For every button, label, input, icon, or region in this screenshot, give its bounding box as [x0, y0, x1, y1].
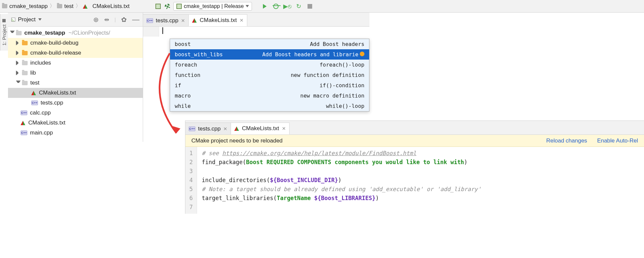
locate-icon[interactable]: ⊕: [93, 16, 99, 24]
cmake-icon: [21, 121, 26, 125]
line-numbers: 1234567: [185, 147, 197, 214]
editor-tab[interactable]: C++tests.cpp✕: [143, 14, 189, 26]
cmake-icon: [31, 91, 36, 95]
tree-row[interactable]: cmake-build-debug: [8, 38, 143, 48]
code-editor[interactable]: 1234567 # see https://cmake.org/cmake/he…: [185, 147, 644, 214]
collapse-all-icon[interactable]: ⇹: [104, 16, 109, 23]
autocomplete-item-selected[interactable]: boost_with_libsAdd Boost headers and lib…: [170, 49, 369, 60]
autocomplete-item[interactable]: boostAdd Boost headers: [170, 39, 369, 49]
close-icon[interactable]: ✕: [240, 18, 244, 23]
main-toolbar: cmake_testapp 〉 test 〉 CMakeLists.txt ⚒ …: [0, 0, 644, 13]
cpp-icon: C++: [21, 130, 27, 135]
breadcrumb-item-file[interactable]: CMakeLists.txt: [83, 3, 129, 10]
editor-tab-active[interactable]: CMakeLists.txt✕: [188, 14, 247, 26]
folder-icon: [57, 4, 62, 8]
cmake-icon: [83, 4, 88, 9]
cmake-icon: [192, 18, 197, 23]
editor-top: C++tests.cpp✕ CMakeLists.txt✕: [143, 13, 369, 37]
autocomplete-item[interactable]: macronew macro definition: [170, 91, 369, 101]
folder-icon: [2, 4, 7, 8]
tree-row-selected[interactable]: CMakeLists.txt: [8, 88, 143, 98]
tree-row[interactable]: includes: [8, 58, 143, 68]
folder-icon: [22, 51, 28, 55]
code-lines[interactable]: # see https://cmake.org/cmake/help/lates…: [197, 147, 486, 214]
settings-icon[interactable]: ✿: [121, 16, 127, 24]
cpp-icon: C++: [189, 127, 195, 131]
tree-row[interactable]: C++calc.cpp: [8, 108, 143, 118]
chevron-right-icon: 〉: [76, 3, 81, 10]
editor-line[interactable]: [159, 27, 163, 35]
chevron-down-icon: [246, 5, 249, 7]
run-window-icon[interactable]: [155, 3, 161, 10]
editor-bottom: C++tests.cpp✕ CMakeLists.txt✕ CMake proj…: [185, 121, 644, 214]
cpp-icon: C++: [21, 111, 27, 115]
run-coverage-button[interactable]: ▶⎋: [284, 3, 291, 10]
project-icon: [11, 18, 15, 22]
chevron-down-icon: [38, 18, 42, 21]
close-icon[interactable]: ✕: [282, 126, 286, 131]
build-icon[interactable]: ⚒: [163, 2, 172, 11]
intention-bulb-icon: [360, 52, 364, 56]
folder-icon: [16, 31, 22, 35]
project-panel: Project ⊕ ⇹ | ✿ — cmake_testapp ~/CLionP…: [8, 13, 143, 142]
autocomplete-popup: boostAdd Boost headers boost_with_libsAd…: [170, 39, 369, 112]
cmake-icon: [234, 126, 239, 131]
text-cursor: [162, 27, 163, 34]
hide-panel-icon[interactable]: —: [132, 15, 139, 24]
reload-changes-link[interactable]: Reload changes: [546, 137, 587, 144]
folder-icon: [22, 71, 28, 75]
profile-button[interactable]: ↻: [295, 3, 302, 10]
tree-row[interactable]: CMakeLists.txt: [8, 118, 143, 128]
tree-row[interactable]: cmake-build-release: [8, 48, 143, 58]
project-tool-icon: [3, 19, 6, 22]
autocomplete-item[interactable]: functionnew function definition: [170, 70, 369, 80]
run-config-selector[interactable]: cmake_testapp | Release: [173, 2, 252, 11]
chevron-right-icon: 〉: [50, 3, 55, 10]
cpp-icon: C++: [31, 101, 38, 105]
editor-gutter: [143, 27, 159, 37]
tree-row[interactable]: C++main.cpp: [8, 128, 143, 138]
project-panel-header: Project ⊕ ⇹ | ✿ —: [8, 13, 143, 27]
run-config-label: cmake_testapp | Release: [184, 3, 244, 9]
tree-row-root[interactable]: cmake_testapp ~/CLionProjects/: [8, 28, 143, 38]
editor-tab[interactable]: C++tests.cpp✕: [185, 123, 231, 134]
close-icon[interactable]: ✕: [223, 126, 227, 131]
close-icon[interactable]: ✕: [181, 18, 185, 23]
tree-row[interactable]: test: [8, 78, 143, 88]
tool-window-tab-project[interactable]: 1: Project: [0, 14, 8, 51]
autocomplete-item[interactable]: foreachforeach()-loop: [170, 60, 369, 70]
breadcrumb-item-root[interactable]: cmake_testapp: [2, 3, 48, 10]
autocomplete-item[interactable]: ifif()-condition: [170, 80, 369, 91]
tool-window-tab-label: 1: Project: [1, 24, 7, 45]
project-view-selector[interactable]: Project: [11, 16, 42, 23]
enable-auto-reload-link[interactable]: Enable Auto-Rel: [597, 137, 638, 144]
breadcrumb: cmake_testapp 〉 test 〉 CMakeLists.txt: [2, 3, 129, 10]
notice-message: CMake project needs to be reloaded: [191, 137, 283, 144]
folder-icon: [22, 61, 28, 65]
breadcrumb-item-test[interactable]: test: [57, 3, 73, 10]
tree-row[interactable]: lib: [8, 68, 143, 78]
folder-icon: [22, 41, 28, 45]
run-buttons: ▶⎋ ↻: [261, 3, 313, 10]
target-icon: [176, 4, 182, 9]
folder-icon: [22, 81, 28, 85]
cmake-reload-notice: CMake project needs to be reloaded Reloa…: [185, 135, 644, 147]
debug-button[interactable]: [273, 3, 279, 10]
editor-tab-active[interactable]: CMakeLists.txt✕: [231, 123, 289, 134]
project-path: ~/CLionProjects/: [69, 30, 110, 36]
svg-marker-0: [172, 126, 180, 133]
cpp-icon: C++: [146, 18, 153, 23]
stop-button[interactable]: [307, 3, 313, 10]
project-tree[interactable]: cmake_testapp ~/CLionProjects/ cmake-bui…: [8, 27, 143, 142]
run-button[interactable]: [261, 3, 268, 10]
editor-tabbar: C++tests.cpp✕ CMakeLists.txt✕: [143, 13, 369, 27]
editor-tabbar: C++tests.cpp✕ CMakeLists.txt✕: [185, 121, 644, 135]
tree-row[interactable]: C++tests.cpp: [8, 98, 143, 108]
autocomplete-item[interactable]: whilewhile()-loop: [170, 101, 369, 111]
